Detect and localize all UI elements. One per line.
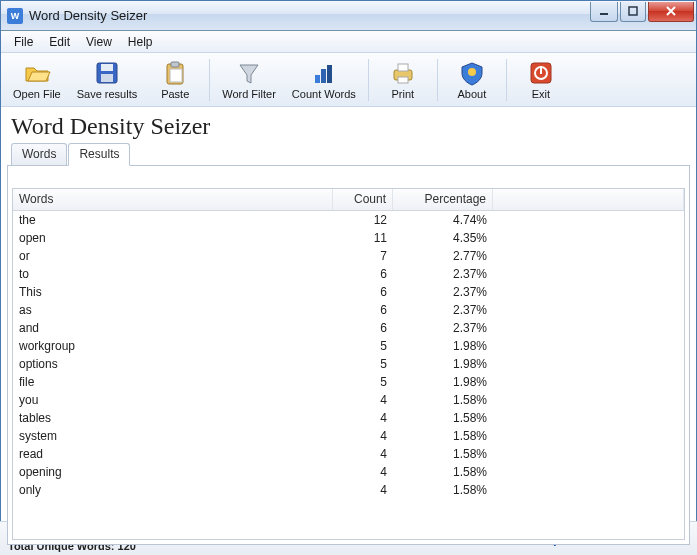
cell-count: 5 bbox=[333, 356, 393, 372]
toolbar-separator bbox=[506, 59, 507, 101]
cell-count: 4 bbox=[333, 482, 393, 498]
table-row[interactable]: you41.58% bbox=[13, 391, 684, 409]
cell-percentage: 1.98% bbox=[393, 338, 493, 354]
cell-word: system bbox=[13, 428, 333, 444]
print-button[interactable]: Print bbox=[374, 56, 432, 104]
cell-count: 4 bbox=[333, 410, 393, 426]
svg-rect-1 bbox=[629, 7, 637, 15]
col-count[interactable]: Count bbox=[333, 189, 393, 210]
funnel-icon bbox=[235, 59, 263, 87]
cell-word: file bbox=[13, 374, 333, 390]
cell-percentage: 2.37% bbox=[393, 302, 493, 318]
cell-word: options bbox=[13, 356, 333, 372]
cell-percentage: 2.37% bbox=[393, 320, 493, 336]
menu-help[interactable]: Help bbox=[121, 33, 160, 51]
tab-words[interactable]: Words bbox=[11, 143, 67, 165]
col-percentage[interactable]: Percentage bbox=[393, 189, 493, 210]
cell-percentage: 4.35% bbox=[393, 230, 493, 246]
table-row[interactable]: to62.37% bbox=[13, 265, 684, 283]
cell-percentage: 2.77% bbox=[393, 248, 493, 264]
col-words[interactable]: Words bbox=[13, 189, 333, 210]
col-spacer bbox=[493, 189, 684, 210]
titlebar[interactable]: W Word Density Seizer bbox=[1, 1, 696, 31]
window-title: Word Density Seizer bbox=[29, 8, 588, 23]
open-file-label: Open File bbox=[13, 88, 61, 100]
cell-count: 6 bbox=[333, 302, 393, 318]
tabstrip: Words Results bbox=[1, 143, 696, 165]
folder-open-icon bbox=[23, 59, 51, 87]
cell-percentage: 1.58% bbox=[393, 392, 493, 408]
menu-file[interactable]: File bbox=[7, 33, 40, 51]
cell-word: you bbox=[13, 392, 333, 408]
grid-body[interactable]: the124.74%open114.35%or72.77%to62.37%Thi… bbox=[13, 211, 684, 539]
table-row[interactable]: workgroup51.98% bbox=[13, 337, 684, 355]
grid-header: Words Count Percentage bbox=[13, 189, 684, 211]
svg-rect-6 bbox=[171, 62, 179, 67]
close-button[interactable] bbox=[648, 2, 694, 22]
cell-percentage: 4.74% bbox=[393, 212, 493, 228]
save-icon bbox=[93, 59, 121, 87]
svg-rect-0 bbox=[600, 13, 608, 15]
cell-word: read bbox=[13, 446, 333, 462]
table-row[interactable]: tables41.58% bbox=[13, 409, 684, 427]
cell-word: and bbox=[13, 320, 333, 336]
print-label: Print bbox=[392, 88, 415, 100]
toolbar: Open File Save results Paste Word Filter… bbox=[1, 53, 696, 107]
maximize-button[interactable] bbox=[620, 2, 646, 22]
cell-word: to bbox=[13, 266, 333, 282]
cell-word: tables bbox=[13, 410, 333, 426]
svg-rect-12 bbox=[398, 64, 408, 71]
cell-percentage: 2.37% bbox=[393, 266, 493, 282]
tab-results[interactable]: Results bbox=[68, 143, 130, 166]
page-title: Word Density Seizer bbox=[11, 113, 686, 140]
table-row[interactable]: opening41.58% bbox=[13, 463, 684, 481]
cell-percentage: 1.98% bbox=[393, 356, 493, 372]
cell-percentage: 1.58% bbox=[393, 428, 493, 444]
count-words-label: Count Words bbox=[292, 88, 356, 100]
toolbar-separator bbox=[437, 59, 438, 101]
cell-count: 7 bbox=[333, 248, 393, 264]
cell-count: 4 bbox=[333, 392, 393, 408]
menu-edit[interactable]: Edit bbox=[42, 33, 77, 51]
cell-word: or bbox=[13, 248, 333, 264]
cell-word: open bbox=[13, 230, 333, 246]
menubar: File Edit View Help bbox=[1, 31, 696, 53]
svg-point-14 bbox=[468, 68, 476, 76]
paste-button[interactable]: Paste bbox=[146, 56, 204, 104]
table-row[interactable]: This62.37% bbox=[13, 283, 684, 301]
svg-rect-9 bbox=[321, 69, 326, 83]
table-row[interactable]: or72.77% bbox=[13, 247, 684, 265]
open-file-button[interactable]: Open File bbox=[6, 56, 68, 104]
table-row[interactable]: only41.58% bbox=[13, 481, 684, 499]
cell-word: as bbox=[13, 302, 333, 318]
cell-percentage: 2.37% bbox=[393, 284, 493, 300]
save-results-button[interactable]: Save results bbox=[70, 56, 145, 104]
cell-percentage: 1.58% bbox=[393, 482, 493, 498]
table-row[interactable]: open114.35% bbox=[13, 229, 684, 247]
table-row[interactable]: and62.37% bbox=[13, 319, 684, 337]
table-row[interactable]: file51.98% bbox=[13, 373, 684, 391]
svg-rect-3 bbox=[101, 64, 113, 71]
exit-button[interactable]: Exit bbox=[512, 56, 570, 104]
toolbar-separator bbox=[209, 59, 210, 101]
about-button[interactable]: About bbox=[443, 56, 501, 104]
svg-rect-8 bbox=[315, 75, 320, 83]
cell-word: only bbox=[13, 482, 333, 498]
table-row[interactable]: the124.74% bbox=[13, 211, 684, 229]
cell-percentage: 1.58% bbox=[393, 464, 493, 480]
cell-count: 4 bbox=[333, 446, 393, 462]
word-filter-label: Word Filter bbox=[222, 88, 276, 100]
svg-rect-17 bbox=[540, 66, 542, 74]
word-filter-button[interactable]: Word Filter bbox=[215, 56, 283, 104]
menu-view[interactable]: View bbox=[79, 33, 119, 51]
table-row[interactable]: read41.58% bbox=[13, 445, 684, 463]
about-label: About bbox=[457, 88, 486, 100]
minimize-button[interactable] bbox=[590, 2, 618, 22]
table-row[interactable]: as62.37% bbox=[13, 301, 684, 319]
count-words-button[interactable]: Count Words bbox=[285, 56, 363, 104]
svg-rect-13 bbox=[398, 77, 408, 83]
clipboard-icon bbox=[161, 59, 189, 87]
table-row[interactable]: system41.58% bbox=[13, 427, 684, 445]
bar-chart-icon bbox=[310, 59, 338, 87]
table-row[interactable]: options51.98% bbox=[13, 355, 684, 373]
